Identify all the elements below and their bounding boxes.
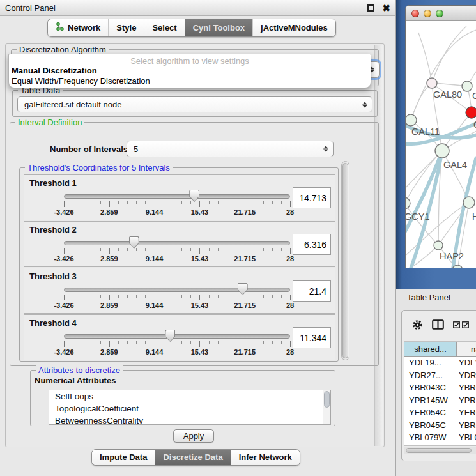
network-window-titlebar bbox=[406, 6, 476, 21]
number-of-intervals-value: 5 bbox=[134, 144, 138, 154]
tick-label: 2.859 bbox=[89, 255, 130, 263]
slider-track[interactable] bbox=[64, 241, 290, 245]
network-node-gal11[interactable] bbox=[406, 114, 417, 126]
threshold-value-input[interactable] bbox=[293, 327, 331, 348]
tab-infer-network[interactable]: Infer Network bbox=[231, 450, 300, 465]
tick-label: -3.426 bbox=[43, 255, 84, 263]
slider-track[interactable] bbox=[64, 194, 290, 199]
network-node-g[interactable] bbox=[462, 81, 472, 91]
algorithm-option-equal-width-frequency-discretization[interactable]: Equal Width/Frequency Discretization bbox=[9, 76, 371, 86]
mac-zoom-light[interactable] bbox=[436, 10, 443, 17]
network-edge bbox=[432, 26, 466, 83]
tick-label: 15.43 bbox=[179, 255, 220, 263]
control-panel: Control Panel ✖ NetworkStyleSelectCyni T… bbox=[0, 0, 396, 476]
threshold-label: Threshold 2 bbox=[29, 225, 77, 234]
tick-label: 28 bbox=[270, 255, 311, 263]
table-cell: YLR3 bbox=[457, 444, 476, 447]
network-view-window: GAL80GCGAL11GAL4GCY1HHAP2 bbox=[405, 5, 476, 268]
node-label: GAL11 bbox=[411, 127, 440, 137]
column-header-shared-[interactable]: shared... bbox=[404, 342, 457, 357]
network-edge bbox=[411, 30, 476, 120]
slider-track[interactable] bbox=[64, 288, 290, 292]
mac-close-light[interactable] bbox=[411, 10, 419, 17]
top-tab-bar: NetworkStyleSelectCyni ToolboxjActiveMNo… bbox=[47, 19, 336, 37]
table-row[interactable]: YDL19...YDL1 bbox=[404, 357, 476, 369]
network-node-gcy1[interactable] bbox=[406, 197, 410, 209]
attribute-item-selfloops[interactable]: SelfLoops bbox=[49, 390, 330, 403]
tick-label: 9.144 bbox=[134, 208, 175, 216]
network-edge bbox=[411, 83, 432, 120]
tick-label: 15.43 bbox=[179, 302, 220, 309]
screenshot-root: Control Panel ✖ NetworkStyleSelectCyni T… bbox=[0, 0, 476, 476]
table-cell: YDL1 bbox=[457, 357, 476, 369]
tick-label: 9.144 bbox=[134, 302, 175, 309]
tick-label: 2.859 bbox=[89, 208, 130, 216]
threshold-label: Threshold 4 bbox=[29, 318, 77, 328]
attributes-list-scrollbar[interactable] bbox=[323, 390, 330, 424]
tab-jactivemnodules[interactable]: jActiveMNodules bbox=[252, 19, 335, 36]
tab-cyni-toolbox[interactable]: Cyni Toolbox bbox=[185, 19, 252, 36]
network-node-hap2[interactable] bbox=[434, 241, 443, 250]
table-cell: YBR0 bbox=[457, 381, 476, 394]
algorithm-option-manual-discretization[interactable]: Manual Discretization bbox=[9, 66, 371, 76]
column-header-name[interactable]: name bbox=[457, 342, 476, 357]
panel-title: Control Panel bbox=[5, 3, 56, 13]
checkbox-icon[interactable] bbox=[453, 321, 460, 328]
threshold-value-input[interactable] bbox=[293, 234, 331, 255]
split-columns-icon[interactable] bbox=[432, 319, 444, 330]
network-node-gal80[interactable] bbox=[427, 78, 437, 88]
table-data-combobox[interactable]: galFiltered.sif default node bbox=[17, 96, 372, 112]
table-panel: shared...name YDL19...YDL1YDR27...YDR2YB… bbox=[401, 310, 476, 461]
table-data-group: Table Data galFiltered.sif default node bbox=[12, 90, 378, 117]
attributes-group: Attributes to discretize Numerical Attri… bbox=[30, 370, 335, 426]
algorithm-placeholder-option[interactable]: Select algorithm to view settings bbox=[9, 54, 371, 66]
threshold-value-input[interactable] bbox=[293, 280, 331, 302]
number-of-intervals-label: Number of Intervals bbox=[50, 144, 128, 154]
float-window-icon[interactable] bbox=[367, 4, 374, 12]
tab-style[interactable]: Style bbox=[108, 19, 144, 36]
network-canvas[interactable]: GAL80GCGAL11GAL4GCY1HHAP2 bbox=[406, 21, 476, 268]
checkbox-icon[interactable] bbox=[462, 321, 469, 328]
table-row[interactable]: YLR345WYLR3 bbox=[404, 444, 476, 447]
threshold-value-input[interactable] bbox=[293, 187, 331, 208]
table-row[interactable]: YDR27...YDR2 bbox=[404, 369, 476, 382]
thresholds-vertical-scrollbar[interactable] bbox=[341, 161, 349, 360]
network-node-h[interactable] bbox=[463, 197, 475, 208]
slider-track[interactable] bbox=[64, 334, 290, 339]
slider-thumb[interactable] bbox=[165, 330, 175, 342]
attribute-item-topologicalcoefficient[interactable]: TopologicalCoefficient bbox=[49, 403, 330, 415]
close-icon[interactable]: ✖ bbox=[382, 4, 390, 12]
table-row[interactable]: YBR043CYBR0 bbox=[404, 381, 476, 394]
tab-discretize-data[interactable]: Discretize Data bbox=[155, 450, 230, 465]
table-row[interactable]: YER054CYER0 bbox=[404, 406, 476, 419]
discretization-algorithm-label: Discretization Algorithm bbox=[17, 45, 109, 54]
network-node-c[interactable] bbox=[466, 107, 476, 118]
table-row[interactable]: YBL079WYBL0 bbox=[404, 431, 476, 444]
tab-network[interactable]: Network bbox=[48, 19, 108, 36]
tick-label: 28 bbox=[270, 348, 311, 356]
gear-icon[interactable] bbox=[412, 319, 423, 330]
table-horizontal-scrollbar[interactable] bbox=[404, 447, 476, 454]
tab-impute-data[interactable]: Impute Data bbox=[92, 450, 155, 465]
apply-button[interactable]: Apply bbox=[173, 429, 214, 443]
slider-thumb[interactable] bbox=[189, 190, 199, 202]
table-cell: YER054C bbox=[404, 406, 457, 419]
table-row[interactable]: YBR045CYBR0 bbox=[404, 419, 476, 432]
network-window-frame: GAL80GCGAL11GAL4GCY1HHAP2 bbox=[396, 0, 476, 289]
attributes-group-label: Attributes to discretize bbox=[36, 365, 123, 375]
tick-label: 9.144 bbox=[134, 348, 175, 356]
number-of-intervals-spinner[interactable]: 5 bbox=[127, 141, 334, 157]
numerical-attributes-label: Numerical Attributes bbox=[35, 376, 116, 385]
node-label: HAP2 bbox=[440, 251, 464, 261]
slider-ticks bbox=[64, 248, 291, 254]
threshold-row-4: Threshold 4-3.4262.8599.14415.4321.71528 bbox=[24, 314, 335, 360]
slider-thumb[interactable] bbox=[238, 283, 248, 295]
tab-select[interactable]: Select bbox=[144, 19, 184, 36]
tick-label: -3.426 bbox=[43, 208, 84, 216]
attribute-item-betweennesscentrality[interactable]: BetweennessCentrality bbox=[49, 415, 330, 425]
slider-thumb[interactable] bbox=[129, 236, 139, 249]
node-label: GAL4 bbox=[443, 160, 467, 170]
table-row[interactable]: YPR145WYPR1 bbox=[404, 394, 476, 407]
mac-minimize-light[interactable] bbox=[424, 10, 431, 17]
network-node-gal4[interactable] bbox=[435, 144, 449, 158]
